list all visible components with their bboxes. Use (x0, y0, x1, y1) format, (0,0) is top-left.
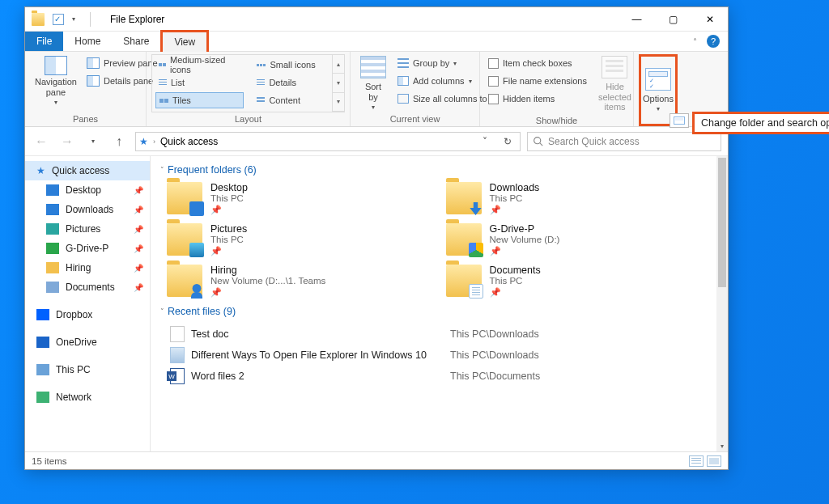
refresh-button[interactable]: ↻ (499, 136, 517, 147)
layout-tiles[interactable]: Tiles (155, 92, 244, 108)
view-details-button[interactable] (689, 455, 704, 467)
nav-pictures[interactable]: Pictures📌 (25, 219, 150, 239)
folder-location: This PC (210, 235, 247, 244)
frequent-folder-tile[interactable]: DownloadsThis PC📌 (446, 182, 717, 215)
titlebar: ✓ ▾ File Explorer — ▢ ✕ (25, 7, 728, 32)
qat-dropdown-icon[interactable]: ▾ (72, 15, 75, 23)
tab-view[interactable]: View (160, 30, 209, 52)
item-checkboxes-toggle[interactable]: Item check boxes (485, 54, 590, 72)
quick-access-star-icon: ★ (139, 136, 148, 147)
window-title: File Explorer (110, 14, 164, 25)
nav-quick-access-label: Quick access (52, 165, 109, 176)
group-currentview-label: Current view (355, 112, 474, 126)
recent-file-row[interactable]: Different Ways To Open File Explorer In … (170, 345, 716, 366)
help-icon[interactable]: ? (707, 35, 720, 48)
frequent-folder-tile[interactable]: DocumentsThis PC📌 (446, 265, 717, 298)
change-folder-options-tooltip[interactable]: Change folder and search options (692, 112, 829, 134)
options-dropdown-item-icon[interactable] (670, 113, 689, 128)
scroll-down-icon[interactable]: ▾ (716, 440, 728, 451)
layout-gallery-scroll[interactable]: ▴▾▾ (333, 54, 345, 112)
sort-icon (360, 56, 386, 78)
folder-icon (46, 262, 59, 273)
search-placeholder: Search Quick access (548, 136, 640, 147)
frequent-folder-tile[interactable]: PicturesThis PC📌 (167, 223, 438, 256)
layout-tiles-label: Tiles (172, 95, 191, 105)
collapse-ribbon-icon[interactable]: ˄ (693, 37, 697, 46)
frequent-folder-tile[interactable]: G-Drive-PNew Volume (D:)📌 (446, 223, 717, 256)
recent-file-row[interactable]: Word files 2This PC\Documents (170, 366, 716, 387)
nav-downloads[interactable]: Downloads📌 (25, 200, 150, 219)
maximize-button[interactable]: ▢ (655, 7, 691, 32)
checkbox-icon (488, 94, 499, 104)
chevron-down-icon: ▾ (372, 104, 375, 111)
nav-hiring[interactable]: Hiring📌 (25, 258, 150, 277)
view-large-icons-button[interactable] (707, 455, 721, 467)
folder-thumb-icon (446, 182, 482, 214)
recent-files-header[interactable]: ˅Recent files (9) (160, 306, 716, 317)
file-ext-label: File name extensions (503, 76, 587, 86)
pin-icon: 📌 (210, 287, 325, 298)
qat-checkbox-icon[interactable]: ✓ (53, 14, 64, 25)
minimize-button[interactable]: — (619, 7, 655, 32)
layout-list[interactable]: List (155, 74, 244, 91)
tab-file[interactable]: File (25, 32, 63, 51)
gdrive-overlay-icon (469, 243, 483, 257)
frequent-folder-tile[interactable]: DesktopThis PC📌 (167, 182, 438, 215)
documents-icon (46, 282, 59, 293)
maximize-icon: ▢ (669, 14, 678, 25)
folder-location: New Volume (D:) (490, 235, 560, 244)
layout-details[interactable]: Details (253, 74, 318, 91)
nav-dropbox-label: Dropbox (56, 309, 92, 320)
nav-dropbox[interactable]: Dropbox (25, 305, 150, 324)
breadcrumb-quick-access[interactable]: Quick access (160, 136, 218, 147)
layout-small[interactable]: Small icons (253, 57, 318, 73)
nav-recent-dropdown[interactable]: ▾ (83, 132, 103, 151)
nav-onedrive-label: OneDrive (56, 337, 97, 348)
nav-thispc[interactable]: This PC (25, 360, 150, 379)
nav-documents[interactable]: Documents📌 (25, 277, 150, 297)
nav-up-button[interactable]: ↑ (109, 132, 129, 151)
nav-desktop[interactable]: Desktop📌 (25, 180, 150, 200)
tab-home[interactable]: Home (63, 32, 112, 51)
navigation-pane-button[interactable]: Navigation pane ▾ (30, 54, 82, 112)
nav-network-label: Network (56, 392, 91, 403)
hidden-items-toggle[interactable]: Hidden items (485, 90, 590, 108)
nav-back-button[interactable]: ← (32, 132, 51, 151)
close-button[interactable]: ✕ (691, 7, 728, 32)
group-panes-label: Panes (30, 112, 141, 126)
nav-network[interactable]: Network (25, 388, 150, 407)
gdrive-icon (46, 243, 59, 254)
address-bar[interactable]: ★ › Quick access ˅ ↻ (135, 132, 521, 151)
scroll-thumb[interactable] (718, 158, 726, 287)
navigation-tree[interactable]: ★Quick access Desktop📌 Downloads📌 Pictur… (25, 156, 151, 451)
recent-file-row[interactable]: Test docThis PC\Downloads (170, 324, 716, 345)
nav-forward-button[interactable]: → (57, 132, 77, 151)
file-ext-toggle[interactable]: File name extensions (485, 72, 590, 90)
search-input[interactable]: Search Quick access (527, 132, 721, 151)
address-dropdown[interactable]: ˅ (476, 136, 494, 147)
nav-thispc-label: This PC (56, 364, 91, 375)
hide-selected-button[interactable]: Hide selected items (593, 54, 636, 114)
file-location: This PC\Documents (450, 371, 716, 382)
folder-thumb-icon (167, 265, 202, 297)
details-pane-label: Details pane (104, 76, 153, 86)
content-pane: ˅Frequent folders (6) DesktopThis PC📌Dow… (151, 156, 728, 451)
person-overlay-icon (189, 284, 204, 299)
desktop-icon (46, 184, 59, 196)
pictures-icon (46, 223, 59, 235)
nav-gdrive[interactable]: G-Drive-P📌 (25, 239, 150, 258)
sort-by-button[interactable]: Sort by ▾ (355, 54, 391, 112)
hidden-items-label: Hidden items (503, 94, 555, 104)
checkbox-icon (488, 76, 499, 87)
layout-content[interactable]: Content (253, 92, 318, 108)
folder-thumb-icon (167, 182, 202, 214)
vertical-scrollbar[interactable]: ▴ ▾ (716, 156, 728, 451)
layout-medium[interactable]: Medium-sized icons (155, 57, 244, 73)
dropbox-icon (36, 309, 49, 320)
frequent-folders-header[interactable]: ˅Frequent folders (6) (160, 164, 716, 176)
frequent-folder-tile[interactable]: HiringNew Volume (D:...\1. Teams📌 (167, 265, 438, 298)
tab-share[interactable]: Share (112, 32, 160, 51)
hide-selected-icon (602, 56, 627, 78)
nav-onedrive[interactable]: OneDrive (25, 332, 150, 352)
nav-quick-access[interactable]: ★Quick access (25, 161, 150, 180)
